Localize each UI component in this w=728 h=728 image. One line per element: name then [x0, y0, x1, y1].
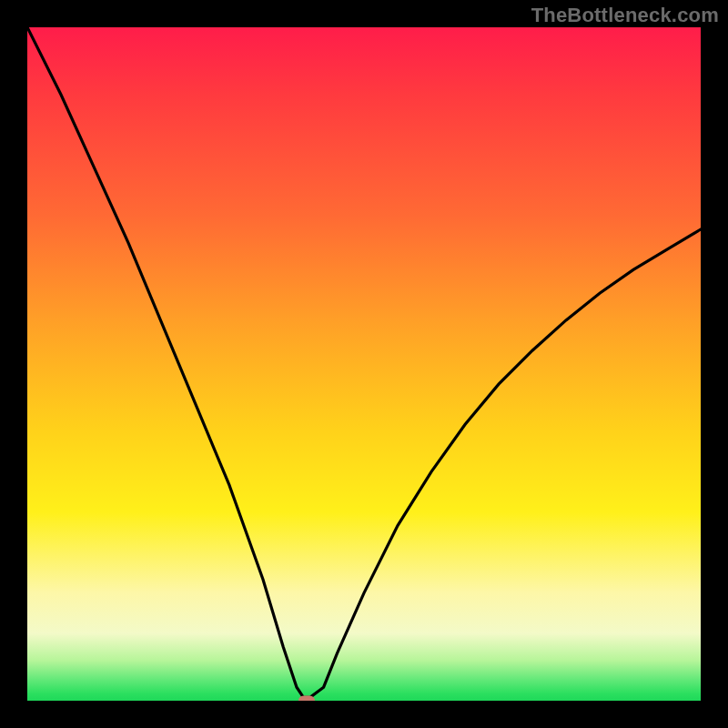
curve-path	[27, 27, 701, 697]
plot-area	[27, 27, 701, 701]
bottleneck-curve	[27, 27, 701, 701]
watermark-text: TheBottleneck.com	[531, 4, 719, 27]
optimal-marker	[298, 696, 315, 702]
chart-frame: TheBottleneck.com	[0, 0, 728, 728]
